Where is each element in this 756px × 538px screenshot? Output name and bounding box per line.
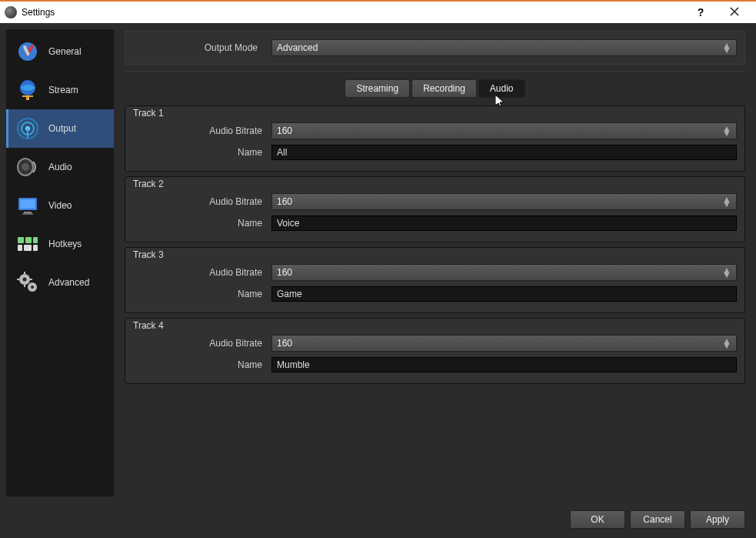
svg-point-24 xyxy=(23,278,27,282)
svg-rect-9 xyxy=(27,129,28,138)
tab-streaming[interactable]: Streaming xyxy=(345,79,410,98)
speaker-icon xyxy=(15,154,41,180)
svg-rect-20 xyxy=(24,245,32,251)
spinner-arrows-icon: ▲▼ xyxy=(722,44,731,52)
main-panel: Output Mode Advanced ▲▼ Streaming Record… xyxy=(114,23,756,503)
sidebar-item-advanced[interactable]: Advanced xyxy=(6,263,114,302)
bitrate-label: Audio Bitrate xyxy=(133,267,271,278)
spinner-arrows-icon: ▲▼ xyxy=(722,339,731,348)
svg-rect-13 xyxy=(20,199,35,209)
apply-button[interactable]: Apply xyxy=(690,510,745,529)
track-3-bitrate-select[interactable]: 160 ▲▼ xyxy=(271,264,737,281)
track-4-group: Track 4 Audio Bitrate 160 ▲▼ Name xyxy=(125,318,745,384)
name-label: Name xyxy=(133,218,271,229)
group-title: Track 2 xyxy=(133,179,164,189)
svg-rect-4 xyxy=(22,95,33,97)
output-mode-row: Output Mode Advanced ▲▼ xyxy=(125,31,745,65)
track-4-bitrate-select[interactable]: 160 ▲▼ xyxy=(271,335,737,352)
cancel-button[interactable]: Cancel xyxy=(630,510,685,529)
track-1-group: Track 1 Audio Bitrate 160 ▲▼ Name xyxy=(125,105,745,172)
track-1-bitrate-select[interactable]: 160 ▲▼ xyxy=(271,122,737,139)
app-icon xyxy=(5,6,17,18)
track-2-group: Track 2 Audio Bitrate 160 ▲▼ Name xyxy=(125,176,745,242)
monitor-icon xyxy=(15,192,41,219)
sidebar-item-general[interactable]: General xyxy=(6,32,114,71)
bitrate-label: Audio Bitrate xyxy=(133,338,271,349)
gears-icon xyxy=(15,269,41,296)
dialog-footer: OK Cancel Apply xyxy=(0,503,756,538)
track-3-name-input[interactable] xyxy=(271,286,737,302)
svg-point-25 xyxy=(31,286,34,289)
track-2-bitrate-select[interactable]: 160 ▲▼ xyxy=(271,193,737,210)
name-label: Name xyxy=(133,147,271,158)
output-mode-label: Output Mode xyxy=(133,42,271,53)
track-4-name-input[interactable] xyxy=(271,357,737,373)
bitrate-label: Audio Bitrate xyxy=(133,196,271,207)
output-mode-value: Advanced xyxy=(277,42,318,53)
sidebar-item-audio[interactable]: Audio xyxy=(6,148,114,186)
ok-button[interactable]: OK xyxy=(570,510,625,529)
group-title: Track 1 xyxy=(133,108,164,119)
output-mode-select[interactable]: Advanced ▲▼ xyxy=(271,39,737,56)
svg-rect-17 xyxy=(25,237,32,243)
spinner-arrows-icon: ▲▼ xyxy=(722,269,731,277)
close-icon xyxy=(730,7,739,16)
sidebar-item-output[interactable]: Output xyxy=(6,109,114,148)
svg-rect-19 xyxy=(18,245,22,251)
group-title: Track 4 xyxy=(133,320,164,331)
bitrate-label: Audio Bitrate xyxy=(133,125,271,136)
sidebar-item-label: Hotkeys xyxy=(48,239,108,249)
track-2-name-input[interactable] xyxy=(271,216,737,231)
group-title: Track 3 xyxy=(133,249,164,260)
svg-rect-14 xyxy=(24,212,32,213)
svg-rect-21 xyxy=(33,245,38,251)
divider xyxy=(125,71,745,72)
svg-rect-5 xyxy=(26,97,29,100)
broadcast-icon xyxy=(15,115,41,142)
sidebar-item-label: Video xyxy=(48,200,108,211)
track-1-name-input[interactable] xyxy=(271,145,737,160)
sidebar-item-hotkeys[interactable]: Hotkeys xyxy=(6,225,114,263)
sidebar-item-label: General xyxy=(48,46,108,57)
sidebar-item-label: Advanced xyxy=(48,277,108,288)
track-groups: Track 1 Audio Bitrate 160 ▲▼ Name xyxy=(125,105,745,503)
svg-rect-16 xyxy=(18,237,24,243)
sidebar-item-label: Audio xyxy=(48,162,108,172)
tab-recording[interactable]: Recording xyxy=(411,79,477,98)
output-tabs: Streaming Recording Audio xyxy=(125,79,745,98)
spinner-arrows-icon: ▲▼ xyxy=(722,127,731,135)
keyboard-icon xyxy=(15,231,41,257)
title-bar: Settings ? xyxy=(0,0,756,23)
track-3-group: Track 3 Audio Bitrate 160 ▲▼ Name xyxy=(125,247,745,313)
name-label: Name xyxy=(133,359,271,370)
sidebar-item-label: Output xyxy=(48,123,108,134)
name-label: Name xyxy=(133,289,271,299)
sidebar-item-video[interactable]: Video xyxy=(6,186,114,225)
settings-icon xyxy=(15,38,41,65)
svg-rect-15 xyxy=(22,213,33,215)
sidebar-item-label: Stream xyxy=(48,85,108,95)
spinner-arrows-icon: ▲▼ xyxy=(722,198,731,206)
close-button[interactable] xyxy=(718,1,751,24)
sidebar-item-stream[interactable]: Stream xyxy=(6,71,114,109)
sidebar: General Stream Output Audio Video xyxy=(6,29,114,496)
tab-audio[interactable]: Audio xyxy=(478,79,525,98)
svg-point-11 xyxy=(22,163,29,171)
window-title: Settings xyxy=(22,7,684,18)
help-button[interactable]: ? xyxy=(684,1,718,24)
globe-icon xyxy=(15,77,41,103)
svg-rect-18 xyxy=(33,237,38,243)
